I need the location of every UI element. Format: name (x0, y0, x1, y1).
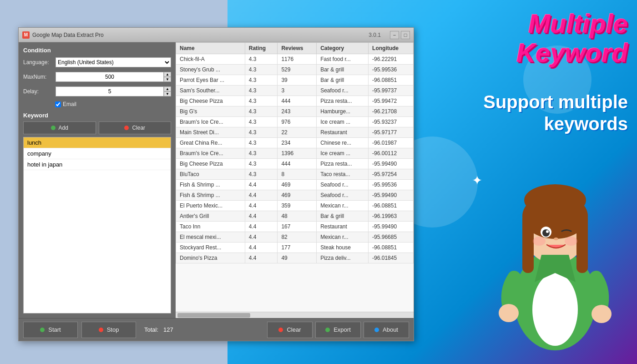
table-cell: Fish & Shrimp ... (176, 180, 245, 190)
app-title: Google Map Data Extract Pro (32, 32, 369, 38)
table-cell: Stoney's Grub ... (176, 65, 245, 75)
table-row[interactable]: Sam's Souther...4.33Seafood r...-95.9973… (176, 86, 414, 96)
table-cell: 4.3 (245, 54, 278, 65)
total-text: Total: (144, 326, 158, 333)
table-cell: Big Cheese Pizza (176, 96, 245, 106)
table-container[interactable]: NameRatingReviewsCategoryLongitude Chick… (176, 42, 414, 312)
table-cell: Parrot Eyes Bar ... (176, 75, 245, 86)
table-header-cell[interactable]: Name (176, 43, 245, 54)
table-row[interactable]: Domino's Pizza4.449Pizza deliv...-96.018… (176, 253, 414, 263)
table-cell: 4.4 (245, 222, 278, 232)
table-cell: Taco Inn (176, 222, 245, 232)
add-keyword-button[interactable]: Add (23, 121, 96, 134)
table-cell: -95.99472 (369, 96, 414, 106)
table-row[interactable]: Antler's Grill4.448Bar & grill-96.19963 (176, 211, 414, 222)
table-cell: Restaurant (317, 127, 369, 138)
table-cell: 4.3 (245, 75, 278, 86)
table-row[interactable]: Great China Re...4.3234Chinese re...-96.… (176, 138, 414, 148)
table-cell: Pizza resta... (317, 96, 369, 106)
keyword-buttons: Add Clear (23, 121, 171, 134)
maxnum-input[interactable] (56, 72, 164, 82)
table-cell: Restaurant (317, 222, 369, 232)
table-row[interactable]: Big Cheese Pizza4.3444Pizza resta...-95.… (176, 96, 414, 106)
table-cell: 1396 (278, 148, 317, 159)
language-select[interactable]: English (United States) (56, 57, 171, 67)
table-cell: Sam's Souther... (176, 86, 245, 96)
maxnum-down-button[interactable]: ▼ (164, 77, 171, 82)
table-row[interactable]: Stoney's Grub ...4.3529Bar & grill-95.99… (176, 65, 414, 75)
table-cell: -95.99536 (369, 65, 414, 75)
table-row[interactable]: Braum's Ice Cre...4.3976Ice cream ...-95… (176, 117, 414, 127)
table-row[interactable]: Big G's4.3243Hamburge...-96.21708 (176, 106, 414, 117)
export-label: Export (334, 326, 351, 333)
table-header-cell[interactable]: Rating (245, 43, 278, 54)
maxnum-up-button[interactable]: ▲ (164, 72, 171, 77)
table-row[interactable]: Taco Inn4.4167Restaurant-95.99490 (176, 222, 414, 232)
table-cell: 4.3 (245, 159, 278, 169)
table-cell: 4.4 (245, 243, 278, 253)
delay-spinner: ▲ ▼ (56, 86, 171, 96)
total-count: 127 (163, 326, 173, 333)
table-header-cell[interactable]: Category (317, 43, 369, 54)
delay-label: Delay: (23, 88, 53, 95)
table-cell: -95.99490 (369, 222, 414, 232)
table-row[interactable]: El Puerto Mexic...4.4359Mexican r...-96.… (176, 201, 414, 211)
keyword-item[interactable]: company (24, 148, 171, 159)
table-row[interactable]: Parrot Eyes Bar ...4.339Bar & grill-96.0… (176, 75, 414, 86)
table-cell: Bar & grill (317, 75, 369, 86)
clear-keyword-button[interactable]: Clear (99, 121, 172, 134)
table-cell: Pizza deliv... (317, 253, 369, 263)
email-checkbox[interactable] (55, 101, 61, 107)
table-header-cell[interactable]: Reviews (278, 43, 317, 54)
stop-label: Stop (107, 326, 119, 333)
table-row[interactable]: Big Cheese Pizza4.3444Pizza resta...-95.… (176, 159, 414, 169)
app-window: M Google Map Data Extract Pro 3.0.1 − □ … (18, 27, 414, 341)
export-button[interactable]: Export (315, 322, 361, 338)
table-cell: 4.4 (245, 211, 278, 222)
title-bar: M Google Map Data Extract Pro 3.0.1 − □ (19, 28, 414, 42)
table-scrollbar[interactable] (176, 312, 414, 318)
table-cell: 167 (278, 222, 317, 232)
bottom-bar: Start Stop Total: 127 Clear Export About (19, 318, 414, 341)
table-row[interactable]: Chick-fil-A4.31176Fast food r...-96.2229… (176, 54, 414, 65)
start-label: Start (48, 326, 61, 333)
maximize-button[interactable]: □ (401, 31, 410, 39)
table-row[interactable]: BluTaco4.38Taco resta...-95.97254 (176, 169, 414, 180)
email-label: Email (63, 101, 76, 107)
table-cell: Ice cream ... (317, 148, 369, 159)
table-cell: 4.3 (245, 86, 278, 96)
table-cell: Chinese re... (317, 138, 369, 148)
table-cell: -95.99536 (369, 180, 414, 190)
table-row[interactable]: Fish & Shrimp ...4.4469Seafood r...-95.9… (176, 190, 414, 201)
table-cell: BluTaco (176, 169, 245, 180)
table-cell: 444 (278, 159, 317, 169)
table-cell: 469 (278, 190, 317, 201)
table-row[interactable]: Fish & Shrimp ...4.4469Seafood r...-95.9… (176, 180, 414, 190)
table-row[interactable]: Main Street Di...4.322Restaurant-95.9717… (176, 127, 414, 138)
delay-up-button[interactable]: ▲ (164, 86, 171, 91)
table-header-cell[interactable]: Longitude (369, 43, 414, 54)
delay-down-button[interactable]: ▼ (164, 91, 171, 96)
table-cell: 4.3 (245, 127, 278, 138)
delay-input[interactable] (56, 86, 164, 96)
maxnum-label: MaxNum: (23, 74, 53, 80)
table-row[interactable]: Braum's Ice Cre...4.31396Ice cream ...-9… (176, 148, 414, 159)
keyword-item[interactable]: hotel in japan (24, 159, 171, 170)
about-button[interactable]: About (364, 322, 409, 338)
stop-button[interactable]: Stop (81, 322, 136, 338)
keyword-item[interactable]: lunch (24, 137, 171, 148)
language-label: Language: (23, 59, 53, 66)
table-row[interactable]: El mescal mexi...4.482Mexican r...-95.96… (176, 232, 414, 243)
table-row[interactable]: Stockyard Rest...4.4177Steak house-96.08… (176, 243, 414, 253)
start-button[interactable]: Start (23, 322, 78, 338)
condition-section-label: Condition (23, 47, 171, 54)
table-cell: Antler's Grill (176, 211, 245, 222)
table-cell: 177 (278, 243, 317, 253)
add-icon (51, 126, 56, 130)
minimize-button[interactable]: − (390, 31, 399, 39)
clear-data-icon (278, 328, 283, 332)
table-cell: 8 (278, 169, 317, 180)
clear-data-button[interactable]: Clear (267, 322, 313, 338)
table-cell: Fish & Shrimp ... (176, 190, 245, 201)
table-cell: -96.08851 (369, 75, 414, 86)
